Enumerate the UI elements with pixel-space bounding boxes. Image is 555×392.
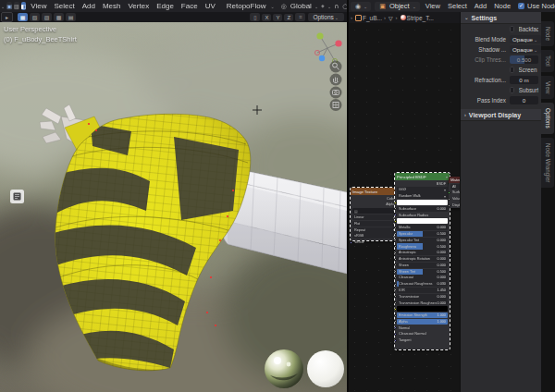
bsdf-input-clearcoat-normal[interactable]: Clearcoat Normal <box>397 331 448 337</box>
breadcrumb-material-name[interactable]: Stripe_T... <box>407 15 434 21</box>
output-row-volume[interactable]: Volume <box>450 196 460 202</box>
ne-menu-select[interactable]: Select <box>448 2 467 10</box>
menu-face[interactable]: Face <box>181 2 198 10</box>
bsdf-input-emission[interactable] <box>397 306 448 312</box>
menu-edge[interactable]: Edge <box>156 2 174 10</box>
bsdf-input-metallic[interactable]: Metallic0.000 <box>397 225 448 230</box>
bsdf-input-sheen[interactable]: Sheen0.000 <box>397 263 448 268</box>
bsdf-input-tangent[interactable]: Tangent <box>397 337 448 343</box>
zoom-button[interactable] <box>330 61 342 73</box>
menu-vertex[interactable]: Vertex <box>128 2 149 10</box>
retopoflow-caret[interactable]: ⌄ <box>270 4 274 9</box>
bsdf-input-anisotropic[interactable]: Anisotropic0.000 <box>397 250 448 255</box>
output-row-surface[interactable]: Surface <box>450 190 460 195</box>
bsdf-input-normal[interactable]: Normal <box>397 325 448 331</box>
bsdf-input-clearcoat-roughness[interactable]: Clearcoat Roughness0.030 <box>397 281 448 287</box>
output-row-displacement[interactable]: Displacement <box>450 202 460 208</box>
pass-index-field[interactable]: 0 <box>510 96 538 104</box>
shader-mode-dropdown[interactable]: ▣ Object ⌄ <box>375 2 420 11</box>
bsdf-input-transmission-roughness[interactable]: Transmission Roughness0.000 <box>397 300 448 305</box>
gizmo-y-axis[interactable] <box>316 32 323 39</box>
bsdf-input-specular-tint[interactable]: Specular Tint0.000 <box>397 238 448 243</box>
sidebar-tab-tool[interactable]: Tool <box>541 50 554 72</box>
bsdf-output-socket[interactable]: BSDF <box>397 181 448 187</box>
bsdf-input-subsurface-color[interactable] <box>397 218 448 224</box>
sidebar-tab-node[interactable]: Node <box>541 21 554 46</box>
editor-type-button[interactable]: ◉ ⌄ <box>351 2 371 11</box>
shadow-dropdown[interactable]: Opaque⌄ <box>510 45 541 54</box>
menu-mesh[interactable]: Mesh <box>103 2 121 10</box>
snap-magnet-icon[interactable]: ∩ <box>334 3 339 10</box>
menu-uv[interactable]: UV <box>205 2 216 10</box>
socket-out-color[interactable]: Color <box>352 196 397 202</box>
menu-view[interactable]: View <box>31 2 46 10</box>
menu-select[interactable]: Select <box>54 2 74 10</box>
screen-spac-checkbox[interactable] <box>510 67 514 73</box>
editor-divider[interactable] <box>347 0 349 392</box>
settings-panel-header[interactable]: ⌄Settings <box>461 12 541 24</box>
orientation-dropdown[interactable]: Global <box>290 2 312 10</box>
bsdf-input-roughness[interactable]: Roughness0.500 <box>397 243 448 249</box>
viewport-display-panel-header[interactable]: ›Viewport Display <box>461 109 541 121</box>
shader-node-editor[interactable]: ◉ ⌄ ▣ Object ⌄ ViewSelectAddNode ✓ Use N… <box>349 0 555 392</box>
bsdf-input-transmission[interactable]: Transmission0.000 <box>397 294 448 300</box>
imgtex-dropdown-linear[interactable]: Linear▾ <box>352 214 397 220</box>
bsdf-input-base-color[interactable] <box>397 200 448 205</box>
bsdf-input-emission-strength[interactable]: Emission Strength1.000 <box>397 312 448 318</box>
sidebar-tab-node-wrangler[interactable]: Node Wrangler <box>541 138 554 188</box>
sidebar-tab-options[interactable]: Options <box>541 103 554 134</box>
pivot-caret[interactable]: ⌄ <box>327 4 331 9</box>
rf-tool-3-icon[interactable]: ▨ <box>42 13 52 21</box>
retopoflow-menu[interactable]: RetopoFlow <box>227 2 266 10</box>
options-dropdown[interactable]: Options ⌄ <box>308 13 344 21</box>
mirror-icon[interactable]: ▯ <box>250 13 260 21</box>
bsdf-input-alpha[interactable]: Alpha1.000 <box>397 319 448 325</box>
bsdf-input-subsurface-radius[interactable]: Subsurface Radius <box>397 213 448 218</box>
editor-type-icon[interactable]: ▣ <box>6 2 12 10</box>
shading-mode-icon[interactable]: ◧ <box>21 2 27 10</box>
bsdf-input-clearcoat[interactable]: Clearcoat0.000 <box>397 275 448 280</box>
bsdf-input-sheen-tint[interactable]: Sheen Tint0.500 <box>397 269 448 275</box>
bsdf-input-ior[interactable]: IOR1.450 <box>397 288 448 293</box>
image-datablock-field[interactable]: ▤× <box>352 208 397 214</box>
clip-thres-slider[interactable]: 0.500 <box>510 55 538 64</box>
rf-tool-4-icon[interactable]: ▩ <box>54 13 64 21</box>
bsdf-input-specular[interactable]: Specular0.500 <box>397 231 448 237</box>
menu-add[interactable]: Add <box>82 2 95 10</box>
axis-button-y[interactable]: Y <box>273 14 282 21</box>
refraction-field[interactable]: 0 m <box>510 76 538 84</box>
imgtex-dropdown-repeat[interactable]: Repeat▾ <box>352 227 397 233</box>
image-texture-node[interactable]: Image Texture▾ ColorAlpha ▤× Linear▾Flat… <box>351 188 399 240</box>
output-row-all[interactable]: All▾ <box>450 184 460 190</box>
blend-mode-dropdown[interactable]: Opaque⌄ <box>510 35 541 43</box>
perspective-toggle-button[interactable] <box>330 99 342 111</box>
gizmo-z-axis[interactable] <box>319 55 325 61</box>
gizmo-x-axis[interactable] <box>335 40 341 46</box>
viewport-3d[interactable]: ⌄ ▣ ▥ ◧ ViewSelectAddMeshVertexEdgeFaceU… <box>0 0 347 392</box>
principled-bsdf-node[interactable]: Principled BSDF▾ BSDF GGX▾Random Walk▾ S… <box>395 173 450 349</box>
mode-dropdown-caret[interactable]: ⌄ <box>1 4 5 9</box>
viewport-scene[interactable] <box>0 22 347 392</box>
backface-cu-checkbox[interactable] <box>510 26 514 32</box>
use-nodes-checkbox[interactable]: ✓ <box>518 3 524 9</box>
imgtex-dropdown-flat[interactable]: Flat▾ <box>352 221 397 227</box>
axis-button-x[interactable]: X <box>262 14 271 21</box>
rf-tool-2-icon[interactable]: ▧ <box>30 13 40 21</box>
ne-menu-view[interactable]: View <box>426 2 440 10</box>
imgtex-dropdown-srgb[interactable]: sRGB▾ <box>352 233 397 239</box>
sidebar-tab-view[interactable]: View <box>541 76 554 100</box>
annotation-badge[interactable] <box>10 190 24 203</box>
xray-toggle-icon[interactable]: ▥ <box>14 2 19 10</box>
select-tool-icon[interactable]: ▸ <box>1 12 13 22</box>
bsdf-dropdown-ggx[interactable]: GGX▾ <box>397 187 448 192</box>
socket-in-vector[interactable]: Vector <box>352 239 397 245</box>
ne-menu-add[interactable]: Add <box>475 2 487 10</box>
rf-tool-1-icon[interactable]: ▦ <box>18 13 28 21</box>
orientation-caret[interactable]: ⌄ <box>314 4 318 9</box>
bsdf-dropdown-random-walk[interactable]: Random Walk▾ <box>397 193 448 199</box>
subsurface-checkbox[interactable] <box>510 87 514 93</box>
ne-menu-node[interactable]: Node <box>494 2 511 10</box>
material-output-node[interactable]: Material Output All▾SurfaceVolumeDisplac… <box>449 177 460 208</box>
socket-out-alpha[interactable]: Alpha <box>352 202 397 207</box>
node-canvas[interactable]: › F_uB... › ▽ › Stripe_T... Image Textur… <box>349 12 460 392</box>
